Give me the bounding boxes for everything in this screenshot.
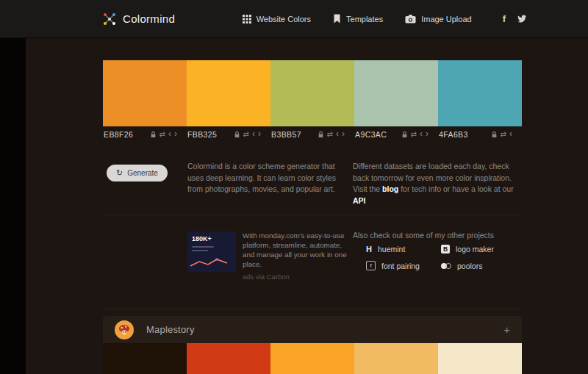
palette (103, 60, 522, 126)
brand[interactable]: Colormind (103, 12, 175, 26)
font-pairing-icon: f (366, 261, 376, 270)
swap-arrows-icon[interactable]: ⇄ (501, 131, 506, 138)
projects-list: H huemint B logo maker f font pairing po… (366, 245, 523, 270)
gallery-item-maplestory[interactable]: Maplestory + (103, 316, 522, 343)
gallery-swatch[interactable] (354, 343, 438, 374)
swatch[interactable] (270, 60, 354, 126)
grid-icon (243, 15, 251, 24)
ad-chart-decoration (189, 257, 233, 269)
swatch-controls: EB8F26 ⇄ ‹ › (103, 130, 187, 139)
left-edge (0, 38, 26, 374)
move-left-icon[interactable]: ‹ (336, 129, 339, 138)
generate-button[interactable]: ↻ Generate (107, 165, 168, 181)
gallery-swatch[interactable] (270, 343, 354, 374)
refresh-icon: ↻ (116, 169, 123, 177)
gallery-palette (103, 343, 522, 374)
swatch[interactable] (438, 60, 522, 126)
lock-icon[interactable] (318, 131, 324, 138)
project-label: huemint (378, 245, 405, 253)
lock-icon[interactable] (401, 131, 408, 138)
gallery-swatch[interactable] (187, 343, 270, 374)
swatch[interactable] (354, 60, 438, 126)
ad-attribution[interactable]: ads via Carbon (243, 272, 353, 281)
avatar (115, 320, 134, 339)
blog-link[interactable]: blog (382, 184, 398, 193)
move-left-icon[interactable]: ‹ (168, 129, 171, 138)
ad-image[interactable]: 180K+ (187, 231, 236, 272)
move-right-icon[interactable]: › (426, 129, 429, 138)
nav-templates[interactable]: Templates (333, 14, 383, 24)
move-left-icon[interactable]: ‹ (509, 129, 512, 138)
nav-label: Website Colors (257, 15, 311, 24)
move-right-icon[interactable]: › (342, 129, 345, 138)
hex-value[interactable]: B3BB57 (271, 130, 301, 139)
gallery-title: Maplestory (146, 324, 195, 335)
datasets-text-mid: for tech info or have a look at our (398, 184, 513, 193)
divider (103, 215, 522, 215)
nav-website-colors[interactable]: Website Colors (243, 15, 311, 24)
twitter-icon[interactable] (517, 15, 526, 23)
generate-label: Generate (127, 169, 158, 177)
huemint-icon: H (366, 245, 372, 253)
nav-image-upload[interactable]: Image Upload (405, 15, 472, 24)
project-huemint[interactable]: H huemint (366, 245, 441, 253)
projects-title: Also check out some of my other projects (353, 231, 494, 240)
camera-icon (405, 15, 416, 24)
main-nav: Website Colors Templates Image Upload (243, 14, 472, 24)
gallery-swatch[interactable] (103, 343, 187, 374)
project-label: logo maker (456, 245, 494, 253)
poolors-icon (441, 262, 451, 270)
facebook-icon[interactable]: f (503, 13, 506, 24)
move-left-icon[interactable]: ‹ (252, 129, 255, 138)
lock-icon[interactable] (234, 131, 240, 138)
lock-icon[interactable] (150, 131, 157, 138)
swap-arrows-icon[interactable]: ⇄ (411, 131, 417, 138)
api-link[interactable]: API (353, 196, 366, 205)
swap-arrows-icon[interactable]: ⇄ (159, 131, 165, 138)
swatch-controls: A9C3AC ⇄ ‹ › (354, 130, 438, 139)
brand-name: Colormind (123, 12, 175, 25)
add-palette-button[interactable]: + (503, 324, 510, 335)
hex-value[interactable]: EB8F26 (104, 130, 133, 139)
swatch[interactable] (103, 60, 187, 126)
mushroom-icon (117, 323, 132, 337)
intro-text: Colormind is a color scheme generator th… (187, 161, 343, 195)
ad-text[interactable]: With monday.com's easy-to-use platform, … (243, 231, 353, 281)
hex-value[interactable]: 4FA6B3 (439, 130, 468, 139)
swatch-controls: FBB325 ⇄ ‹ › (187, 130, 270, 139)
ad-copy: With monday.com's easy-to-use platform, … (243, 231, 347, 268)
hex-value[interactable]: A9C3AC (355, 130, 387, 139)
swatch-controls: 4FA6B3 ⇄ ‹ (438, 130, 522, 139)
project-label: font pairing (381, 262, 420, 270)
lock-icon[interactable] (491, 131, 498, 138)
logo-maker-icon: B (441, 245, 450, 253)
move-right-icon[interactable]: › (258, 129, 261, 138)
swatch[interactable] (187, 60, 270, 126)
divider (103, 309, 522, 309)
ad-badge: 180K+ (192, 235, 212, 242)
swap-arrows-icon[interactable]: ⇄ (243, 131, 249, 138)
move-right-icon[interactable]: › (174, 129, 177, 138)
nav-label: Image Upload (421, 15, 472, 24)
social-links: f (503, 13, 526, 24)
ad-decoration (192, 246, 214, 248)
bookmark-icon (333, 14, 341, 24)
datasets-text: Different datasets are loaded each day, … (353, 161, 525, 206)
project-font-pairing[interactable]: f font pairing (366, 261, 441, 270)
header: Colormind Website Colors Templates (0, 0, 588, 38)
nav-label: Templates (346, 15, 383, 24)
project-poolors[interactable]: poolors (441, 261, 523, 270)
palette-controls: EB8F26 ⇄ ‹ › FBB325 ⇄ ‹ › B3BB57 ⇄ ‹ › A… (103, 127, 522, 142)
move-left-icon[interactable]: ‹ (420, 129, 423, 138)
project-logo-maker[interactable]: B logo maker (441, 245, 523, 253)
hex-value[interactable]: FBB325 (187, 130, 217, 139)
swatch-controls: B3BB57 ⇄ ‹ › (270, 130, 354, 139)
colormind-logo-icon (103, 12, 116, 26)
project-label: poolors (457, 262, 482, 270)
gallery-swatch[interactable] (438, 343, 522, 374)
swap-arrows-icon[interactable]: ⇄ (327, 131, 333, 138)
ad-decoration (192, 250, 208, 251)
